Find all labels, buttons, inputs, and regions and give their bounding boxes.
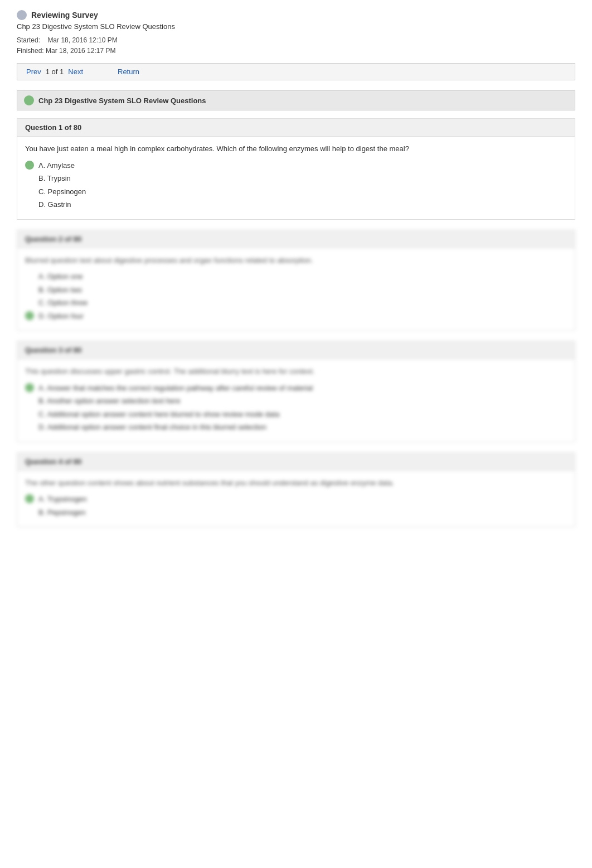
answer-label-2-d: D. Option four	[38, 311, 84, 322]
question-number-3: Question 3 of 80	[25, 346, 81, 354]
blank-icon-1-c	[25, 186, 34, 195]
question-body-4: The other question content shows about n…	[17, 471, 575, 527]
answer-label-1-b: B. Trypsin	[38, 173, 71, 184]
answer-item-2-b: B. Option two	[25, 284, 567, 296]
survey-subtitle: Chp 23 Digestive System SLO Review Quest…	[17, 22, 575, 31]
navigation-bar: Prev 1 of 1 Next Return	[17, 63, 575, 80]
question-header-3: Question 3 of 80	[17, 341, 575, 359]
correct-icon-4-a	[25, 494, 34, 503]
answer-label-4-a: A. Trypsinogen	[38, 494, 87, 505]
question-block-3: Question 3 of 80 This question discusses…	[17, 341, 575, 442]
question-text-1: You have just eaten a meal high in compl…	[25, 143, 567, 155]
section-icon	[24, 95, 34, 105]
question-text-2: Blurred question text about digestive pr…	[25, 255, 567, 266]
answer-item-1-b: B. Trypsin	[25, 173, 567, 184]
question-number-1: Question 1 of 80	[25, 123, 81, 132]
answer-list-3: A. Answer that matches the correct regul…	[25, 383, 567, 433]
answer-item-2-c: C. Option three	[25, 297, 567, 308]
answer-label-1-a: A. Amylase	[38, 160, 75, 171]
answer-label-3-d: D. Additional option answer content fina…	[38, 422, 266, 433]
header-section: Reviewing Survey Chp 23 Digestive System…	[17, 10, 575, 56]
answer-list-1: A. Amylase B. Trypsin C. Pepsinogen D. G…	[25, 160, 567, 210]
question-body-1: You have just eaten a meal high in compl…	[17, 137, 575, 219]
correct-icon-2-d	[25, 311, 34, 320]
blank-icon-4-b	[25, 507, 34, 516]
answer-label-1-d: D. Gastrin	[38, 199, 71, 210]
answer-label-2-c: C. Option three	[38, 297, 88, 308]
blank-icon-3-d	[25, 422, 34, 431]
question-text-3: This question discusses upper gastric co…	[25, 366, 567, 377]
next-button[interactable]: Next	[67, 67, 84, 76]
question-block-1: Question 1 of 80 You have just eaten a m…	[17, 118, 575, 220]
page-title: Reviewing Survey	[31, 11, 98, 20]
timestamps: Started: Mar 18, 2016 12:10 PM Finished:…	[17, 35, 575, 56]
answer-item-3-c: C. Additional option answer content here…	[25, 409, 567, 420]
answer-item-4-a: A. Trypsinogen	[25, 494, 567, 505]
return-button[interactable]: Return	[118, 67, 139, 76]
answer-item-2-a: A. Option one	[25, 271, 567, 282]
question-header-2: Question 2 of 80	[17, 230, 575, 248]
answer-label-3-b: B. Another option answer selection text …	[38, 396, 180, 407]
section-title: Chp 23 Digestive System SLO Review Quest…	[38, 97, 206, 105]
blank-icon-3-c	[25, 409, 34, 418]
blank-icon-1-b	[25, 173, 34, 182]
answer-label-4-b: B. Pepsinogen	[38, 507, 86, 518]
blank-icon-2-a	[25, 271, 34, 280]
answer-item-1-a: A. Amylase	[25, 160, 567, 171]
answer-item-4-b: B. Pepsinogen	[25, 507, 567, 518]
question-body-3: This question discusses upper gastric co…	[17, 359, 575, 442]
page-info: 1 of 1	[46, 67, 64, 76]
answer-list-4: A. Trypsinogen B. Pepsinogen	[25, 494, 567, 518]
question-text-4: The other question content shows about n…	[25, 478, 567, 489]
answer-item-1-c: C. Pepsinogen	[25, 186, 567, 197]
finished-value: Mar 18, 2016 12:17 PM	[46, 47, 115, 55]
finished-label: Finished:	[17, 47, 44, 55]
answer-label-3-a: A. Answer that matches the correct regul…	[38, 383, 313, 394]
started-value: Mar 18, 2016 12:10 PM	[47, 36, 117, 44]
started-label: Started:	[17, 36, 40, 44]
question-number-2: Question 2 of 80	[25, 235, 81, 243]
answer-label-1-c: C. Pepsinogen	[38, 186, 86, 197]
answer-item-3-a: A. Answer that matches the correct regul…	[25, 383, 567, 394]
question-header-1: Question 1 of 80	[17, 119, 575, 137]
question-number-4: Question 4 of 80	[25, 457, 81, 466]
question-body-2: Blurred question text about digestive pr…	[17, 248, 575, 331]
answer-label-2-b: B. Option two	[38, 284, 82, 296]
answer-label-2-a: A. Option one	[38, 271, 83, 282]
question-block-2: Question 2 of 80 Blurred question text a…	[17, 230, 575, 331]
blank-icon-2-b	[25, 284, 34, 293]
blank-icon-2-c	[25, 297, 34, 306]
answer-label-3-c: C. Additional option answer content here…	[38, 409, 279, 420]
question-header-4: Question 4 of 80	[17, 453, 575, 471]
blank-icon-1-d	[25, 199, 34, 208]
correct-icon-3-a	[25, 383, 34, 392]
question-block-4: Question 4 of 80 The other question cont…	[17, 452, 575, 528]
blank-icon-3-b	[25, 396, 34, 404]
answer-list-2: A. Option one B. Option two C. Option th…	[25, 271, 567, 321]
survey-icon	[17, 10, 27, 20]
answer-item-2-d: D. Option four	[25, 311, 567, 322]
answer-item-3-d: D. Additional option answer content fina…	[25, 422, 567, 433]
answer-item-1-d: D. Gastrin	[25, 199, 567, 210]
quiz-section-header: Chp 23 Digestive System SLO Review Quest…	[17, 90, 575, 110]
answer-item-3-b: B. Another option answer selection text …	[25, 396, 567, 407]
prev-button[interactable]: Prev	[25, 67, 42, 76]
correct-icon-1-a	[25, 161, 34, 170]
